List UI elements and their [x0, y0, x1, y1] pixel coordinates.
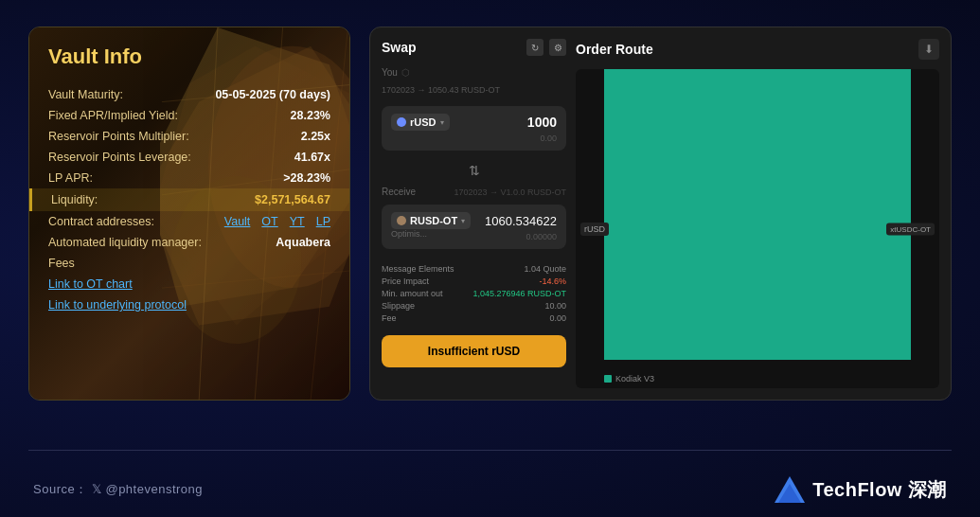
reservoir-leverage-row: Reservoir Points Leverage: 41.67x: [48, 147, 330, 168]
reservoir-multiplier-value: 2.25x: [301, 130, 330, 143]
swap-from-label: You ⬡: [382, 67, 566, 78]
techflow-brand-name: TechFlow 深潮: [812, 477, 947, 503]
order-route-header: Order Route ⬇: [576, 39, 939, 60]
to-detail: Optimis...: [391, 229, 427, 241]
footer-source: Source： 𝕏 @phtevenstrong: [33, 481, 203, 498]
contract-links-group: Vault OT YT LP: [224, 215, 330, 228]
from-amount-input[interactable]: [481, 115, 557, 130]
slippage-value: 10.00: [544, 301, 566, 311]
divider-line: [28, 450, 952, 451]
vault-title: Vault Info: [48, 45, 330, 69]
swap-details: Message Elements 1.04 Quote Price Impact…: [382, 262, 566, 324]
to-token-name: RUSD-OT: [410, 215, 457, 226]
footer: Source： 𝕏 @phtevenstrong TechFlow 深潮: [0, 476, 980, 503]
liquidity-row: Liquidity: $2,571,564.67: [29, 188, 349, 211]
to-token-chevron-icon: ▾: [461, 217, 465, 225]
download-button[interactable]: ⬇: [918, 39, 939, 60]
vault-content: Vault Info Vault Maturity: 05-05-2025 (7…: [29, 27, 349, 332]
swap-to-label: Receive 1702023 → V1.0.0 RUSD-OT: [382, 187, 566, 197]
min-received-label: Min. amount out: [382, 289, 443, 298]
swap-refresh-button[interactable]: ↻: [526, 39, 543, 56]
from-token-icon: [397, 117, 406, 127]
slippage-label: Slippage: [382, 301, 415, 311]
swap-title: Swap: [382, 40, 417, 55]
main-content: Vault Info Vault Maturity: 05-05-2025 (7…: [28, 27, 952, 441]
from-token-selector[interactable]: rUSD ▾: [391, 114, 450, 131]
swap-header: Swap ↻ ⚙: [382, 39, 566, 56]
vault-maturity-row: Vault Maturity: 05-05-2025 (70 days): [48, 84, 330, 105]
to-balance: 0.00000: [526, 232, 557, 241]
chart-left-node: rUSD: [580, 223, 609, 236]
swap-from-icon: ⬡: [401, 67, 410, 78]
to-amount-output: 1060.534622: [485, 214, 557, 228]
from-token-chevron-icon: ▾: [440, 118, 444, 127]
order-route-chart: rUSD xtUSDC-OT Kodiak V3: [576, 69, 939, 388]
techflow-brand: TechFlow 深潮: [775, 476, 947, 503]
liquidity-manager-row: Automated liquidity manager: Aquabera: [48, 232, 330, 253]
techflow-logo-icon: [775, 476, 805, 503]
fee-label: Fee: [382, 313, 397, 323]
fee-row: Fee 0.00: [382, 312, 566, 324]
swap-to-address: 1702023 → V1.0.0 RUSD-OT: [454, 187, 566, 197]
chart-legend: Kodiak V3: [604, 374, 654, 383]
message-elements-value: 1.04 Quote: [524, 264, 566, 274]
price-impact-row: Price Impact -14.6%: [382, 275, 566, 287]
liquidity-manager-value: Aquabera: [276, 236, 330, 249]
contract-vault-link[interactable]: Vault: [224, 215, 251, 228]
chart-right-node: xtUSDC-OT: [886, 223, 935, 235]
ot-chart-link[interactable]: Link to OT chart: [48, 274, 330, 294]
fees-label: Fees: [48, 253, 330, 274]
vault-maturity-value: 05-05-2025 (70 days): [215, 88, 330, 101]
slippage-row: Slippage 10.00: [382, 299, 566, 312]
contract-yt-link[interactable]: YT: [290, 215, 305, 228]
fee-value: 0.00: [549, 313, 566, 323]
min-received-row: Min. amount out 1,045.276946 RUSD-OT: [382, 287, 566, 299]
lp-apr-label: LP APR:: [48, 171, 93, 185]
fixed-apr-value: 28.23%: [291, 109, 330, 122]
message-elements-label: Message Elements: [382, 264, 454, 274]
message-elements-row: Message Elements 1.04 Quote: [382, 262, 566, 275]
reservoir-leverage-label: Reservoir Points Leverage:: [48, 151, 191, 164]
swap-arrow-icon: ⇅: [469, 163, 480, 178]
swap-from-address: 1702023 → 1050.43 RUSD-OT: [382, 85, 566, 95]
liquidity-label: Liquidity:: [51, 193, 98, 206]
swap-settings-button[interactable]: ⚙: [549, 39, 566, 56]
fixed-apr-row: Fixed APR/Implied Yield: 28.23%: [48, 105, 330, 126]
reservoir-leverage-value: 41.67x: [294, 151, 330, 164]
to-token-selector[interactable]: RUSD-OT ▾: [391, 212, 471, 229]
contract-ot-link[interactable]: OT: [261, 215, 277, 228]
swap-header-icons: ↻ ⚙: [526, 39, 566, 56]
reservoir-multiplier-label: Reservoir Points Multiplier:: [48, 130, 189, 143]
x-handle: 𝕏 @phtevenstrong: [92, 482, 203, 496]
price-impact-value: -14.6%: [539, 276, 566, 286]
reservoir-multiplier-row: Reservoir Points Multiplier: 2.25x: [48, 126, 330, 147]
swap-button[interactable]: Insufficient rUSD: [382, 335, 566, 367]
swap-to-token-row: RUSD-OT ▾ 1060.534622: [391, 212, 557, 229]
vault-maturity-label: Vault Maturity:: [48, 88, 123, 101]
from-balance: 0.00: [391, 134, 557, 143]
liquidity-value: $2,571,564.67: [255, 193, 330, 206]
vault-panel: Vault Info Vault Maturity: 05-05-2025 (7…: [28, 27, 350, 401]
swap-from-token-row: rUSD ▾: [391, 114, 557, 131]
contract-lp-link[interactable]: LP: [316, 215, 330, 228]
swap-to-text: Receive: [382, 187, 416, 197]
price-impact-label: Price Impact: [382, 276, 429, 286]
swap-section: Swap ↻ ⚙ You ⬡ 1702023 → 1050.43 RUSD-OT…: [382, 39, 566, 388]
lp-apr-row: LP APR: >28.23%: [48, 168, 330, 188]
min-received-value: 1,045.276946 RUSD-OT: [472, 289, 566, 298]
swap-to-box: RUSD-OT ▾ 1060.534622 Optimis... 0.00000: [382, 205, 566, 249]
fixed-apr-label: Fixed APR/Implied Yield:: [48, 109, 178, 122]
protocol-link[interactable]: Link to underlying protocol: [48, 294, 330, 315]
contract-addresses-label: Contract addresses:: [48, 215, 154, 228]
swap-from-text: You: [382, 67, 398, 78]
source-label: Source：: [33, 482, 88, 496]
to-token-icon: [397, 216, 406, 225]
swap-from-box: rUSD ▾ 0.00: [382, 106, 566, 151]
legend-color-dot: [604, 375, 612, 383]
swap-direction-arrow[interactable]: ⇅: [382, 160, 566, 181]
chart-teal-area: [604, 69, 911, 360]
liquidity-manager-label: Automated liquidity manager:: [48, 236, 202, 249]
order-route-title: Order Route: [576, 42, 653, 57]
lp-apr-value: >28.23%: [283, 171, 330, 185]
legend-label: Kodiak V3: [615, 374, 654, 383]
